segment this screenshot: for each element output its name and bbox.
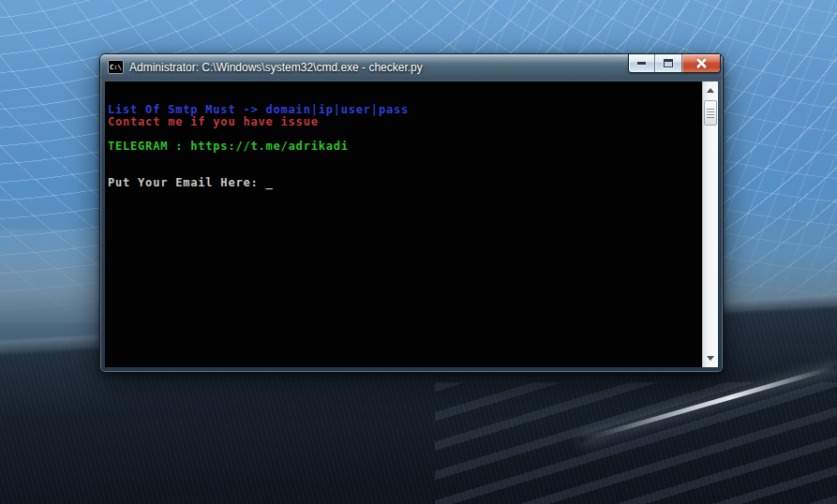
cmd-window: C:\ Administrator: C:\Windows\system32\c… [99,53,724,373]
text-cursor: _ [266,177,274,189]
minimize-icon [637,62,646,65]
scroll-down-button[interactable] [703,351,718,365]
cmd-icon: C:\ [108,60,124,74]
wallpaper-light-streak [578,363,837,443]
wallpaper-diagonal-bands [435,382,837,504]
window-controls [628,54,721,73]
arrow-down-icon [707,356,714,361]
thumb-grip-icon [707,109,714,118]
terminal-output[interactable]: List Of Smtp Must -> domain|ip|user|pass… [105,82,702,367]
maximize-icon [664,59,673,67]
minimize-button[interactable] [629,54,655,72]
console-client-area: List Of Smtp Must -> domain|ip|user|pass… [105,82,718,367]
telegram-line: TELEGRAM : https://t.me/adrikadi [108,141,702,153]
scrollbar-thumb[interactable] [704,100,717,126]
blank-line [108,153,702,165]
arrow-up-icon [707,88,714,93]
terminal-scrollbar[interactable] [702,82,718,367]
scroll-up-button[interactable] [703,83,718,97]
email-prompt-line: Put Your Email Here: _ [108,177,702,189]
maximize-button[interactable] [655,54,682,72]
contact-line: Contact me if you have issue [108,116,702,128]
close-button[interactable] [682,54,720,72]
cmd-icon-label: C:\ [110,64,122,71]
close-icon [695,57,708,69]
